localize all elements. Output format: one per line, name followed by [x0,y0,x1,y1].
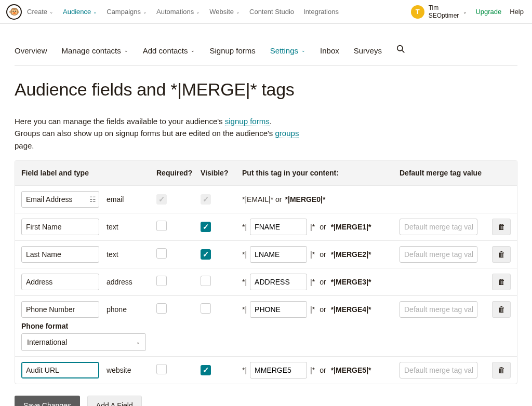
page-title: Audience fields and *|MERGE|* tags [15,79,517,100]
nav-automations[interactable]: Automations⌄ [156,8,200,16]
page-description: Here you can manage the fields available… [15,115,517,152]
required-checkbox[interactable] [156,303,167,314]
nav-audience[interactable]: Audience⌄ [63,8,97,16]
nav-website[interactable]: Website⌄ [209,8,240,16]
groups-link[interactable]: groups [275,129,299,138]
field-type: phone [107,305,127,314]
required-checkbox: ✓ [156,194,167,205]
tag-prefix: *| [242,250,247,259]
th-required: Required? [156,169,201,177]
default-value-input[interactable] [400,246,477,263]
check-icon: ✓ [158,195,165,204]
desc-text-1: Here you can manage the fields available… [15,117,225,126]
field-label-input[interactable] [21,191,99,208]
sub-tabs: Overview Manage contacts⌄ Add contacts⌄ … [15,45,517,66]
merge-tag-input[interactable] [250,219,307,235]
merge-tag-alt: *|MERGE2|* [331,250,371,259]
tab-overview-label: Overview [15,46,47,55]
required-checkbox[interactable] [156,221,167,231]
tab-add-contacts[interactable]: Add contacts⌄ [143,46,195,55]
field-label-input[interactable] [21,246,99,263]
contact-card-icon: ☷ [89,195,96,204]
desc-text-3: page. [15,140,517,152]
nav-content-studio[interactable]: Content Studio [249,8,294,16]
user-text: Tim SEOptimer [429,4,459,19]
tag-prefix: *| [242,366,247,374]
tab-settings-label: Settings [270,46,298,55]
phone-format-block: Phone format International ⌄ [21,318,511,351]
table-row: website ✓ *| |* or *|MERGE5|* 🗑 [15,356,517,384]
required-checkbox[interactable] [156,364,167,374]
delete-button[interactable]: 🗑 [492,246,511,263]
table-header: Field label and type Required? Visible? … [15,160,517,185]
phone-format-select[interactable]: International ⌄ [21,333,146,351]
visible-checkbox[interactable] [201,303,211,314]
topnav-right: T Tim SEOptimer ⌄ Upgrade Help [411,4,528,19]
trash-icon: 🗑 [498,305,506,314]
tab-manage-contacts[interactable]: Manage contacts⌄ [62,46,128,55]
field-label-input[interactable] [21,219,99,235]
merge-tag-alt: *|MERGE3|* [331,278,371,286]
table-row: address *| |* or *|MERGE3|* 🗑 [15,268,517,295]
required-checkbox[interactable] [156,276,167,286]
svg-point-0 [397,46,403,51]
top-nav: 🐵 Create⌄ Audience⌄ Campaigns⌄ Automatio… [0,0,532,24]
field-label-input[interactable] [21,362,99,378]
user-menu[interactable]: T Tim SEOptimer ⌄ [411,4,468,19]
upgrade-link[interactable]: Upgrade [475,8,501,16]
tab-manage-label: Manage contacts [62,46,121,55]
nav-campaigns[interactable]: Campaigns⌄ [107,8,147,16]
tag-prefix: *| [242,278,247,286]
th-visible: Visible? [201,169,242,177]
nav-create[interactable]: Create⌄ [27,8,54,16]
merge-tag-input[interactable] [250,362,307,378]
add-field-button[interactable]: Add A Field [87,396,142,406]
tab-signup-label: Signup forms [209,46,255,55]
chevron-down-icon: ⌄ [93,9,97,15]
required-checkbox[interactable] [156,248,167,259]
delete-button[interactable]: 🗑 [492,274,511,290]
nav-integrations[interactable]: Integrations [303,8,339,16]
delete-button[interactable]: 🗑 [492,219,511,235]
phone-format-label: Phone format [21,322,511,330]
tag-suffix: |* [310,250,315,259]
delete-button[interactable]: 🗑 [492,362,511,378]
help-link[interactable]: Help [510,8,524,16]
tab-overview[interactable]: Overview [15,46,47,55]
merge-tag-input[interactable] [250,274,307,290]
field-type: text [107,223,118,231]
search-icon[interactable] [396,45,405,56]
merge-tag-input[interactable] [250,246,307,263]
default-value-input[interactable] [400,301,477,318]
visible-checkbox[interactable]: ✓ [201,249,211,260]
avatar: T [411,5,424,19]
svg-line-1 [402,50,404,52]
logo[interactable]: 🐵 [6,4,22,20]
field-label-input[interactable] [21,274,99,290]
check-icon: ✓ [203,250,209,259]
phone-format-value: International [27,338,67,346]
tab-surveys[interactable]: Surveys [354,46,382,55]
chevron-down-icon: ⌄ [143,9,147,15]
merge-tag-input[interactable] [250,301,307,318]
user-name: Tim [429,4,459,11]
signup-forms-link[interactable]: signup forms [225,117,270,126]
nav-campaigns-label: Campaigns [107,8,141,16]
nav-create-label: Create [27,8,47,16]
th-label: Field label and type [21,169,156,177]
default-value-input[interactable] [400,362,477,378]
visible-checkbox[interactable]: ✓ [201,222,211,232]
default-value-input[interactable] [400,219,477,235]
visible-checkbox: ✓ [201,194,211,205]
field-label-input[interactable] [21,301,99,318]
table-row: text ✓ *| |* or *|MERGE1|* 🗑 [15,213,517,240]
tab-signup-forms[interactable]: Signup forms [209,46,255,55]
save-button[interactable]: Save Changes [15,396,80,406]
delete-button[interactable]: 🗑 [492,301,511,318]
visible-checkbox[interactable] [201,276,211,286]
tab-inbox[interactable]: Inbox [320,46,339,55]
visible-checkbox[interactable]: ✓ [201,365,211,375]
tab-settings[interactable]: Settings⌄ [270,46,305,55]
trash-icon: 🗑 [498,366,506,374]
merge-tag-alt: *|MERGE1|* [331,223,371,231]
